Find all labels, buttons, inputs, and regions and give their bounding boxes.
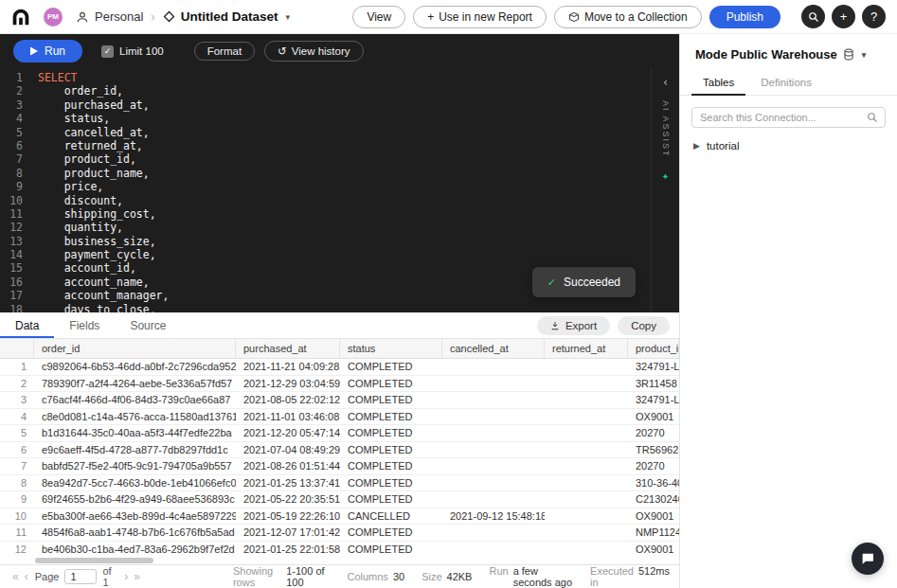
column-header[interactable]: product_id [628, 339, 679, 358]
run-time-stat: Run a few seconds ago [489, 565, 573, 588]
tab-source[interactable]: Source [115, 312, 181, 338]
code-line[interactable]: product_id, [38, 152, 679, 166]
table-cell: COMPLETED [340, 460, 442, 472]
table-cell: be406b30-c1ba-4ed7-83a6-2962b9f7ef2d [34, 543, 236, 555]
code-line[interactable]: order_id, [38, 84, 679, 98]
tab-tables[interactable]: Tables [691, 71, 745, 96]
column-header[interactable]: order_id [34, 339, 236, 358]
size-stat: Size 42KB [422, 571, 472, 582]
column-header[interactable]: returned_at [545, 339, 628, 358]
run-button[interactable]: Run [13, 40, 82, 62]
editor-toolbar: Run ✓ Limit 100 Format ↺ View history [0, 34, 679, 68]
table-cell: 310-36-40 [628, 477, 679, 489]
code-line[interactable]: quantity, [38, 221, 679, 234]
format-button[interactable]: Format [194, 42, 255, 61]
table-row[interactable]: 12be406b30-c1ba-4ed7-83a6-2962b9f7ef2d20… [0, 542, 679, 558]
ai-sparkle-icon[interactable]: ✦ [662, 169, 670, 183]
line-number: 12 [0, 221, 32, 234]
code-line[interactable]: product_name, [38, 167, 679, 180]
connection-selector[interactable]: Mode Public Warehouse ▾ [680, 34, 897, 71]
help-button[interactable]: ? [862, 5, 886, 28]
tab-fields[interactable]: Fields [54, 312, 115, 338]
table-cell: c9892064-6b53-46dd-a0bf-2c7296cda952 [34, 361, 236, 372]
code-line[interactable]: days_to_close, [38, 303, 679, 312]
line-number: 4 [0, 112, 32, 125]
tree-item-tutorial[interactable]: ▶ tutorial [680, 134, 897, 158]
export-button[interactable]: Export [537, 316, 610, 335]
column-header[interactable]: purchased_at [236, 339, 340, 358]
use-in-new-report-button[interactable]: + Use in new Report [413, 6, 547, 28]
sql-editor[interactable]: 123456789101112131415161718 SELECT order… [0, 68, 679, 312]
mode-logo[interactable] [11, 8, 30, 27]
chat-launcher-button[interactable] [852, 543, 884, 575]
collapse-panel-icon[interactable]: ‹ [662, 76, 669, 89]
table-row[interactable]: 5b1d31644-35c0-40aa-a5f3-44f7edfe22ba202… [0, 425, 679, 442]
table-cell: b1d31644-35c0-40aa-a5f3-44f7edfe22ba [34, 427, 236, 438]
chevron-down-icon[interactable]: ▾ [285, 12, 290, 22]
table-cell: COMPLETED [340, 361, 442, 372]
checkbox-checked-icon[interactable]: ✓ [101, 45, 114, 58]
chevron-right-icon[interactable]: ▶ [693, 141, 700, 151]
table-cell: 324791-LQ [628, 394, 679, 405]
table-row[interactable]: 10e5ba300f-ae66-43eb-899d-4c4ae589722920… [0, 508, 679, 526]
table-cell: COMPLETED [340, 526, 442, 538]
code-line[interactable]: payment_cycle, [38, 248, 679, 261]
table-row[interactable]: 88ea942d7-5cc7-4663-b0de-1eb41066efc0202… [0, 475, 679, 492]
line-number: 17 [0, 289, 32, 302]
search-icon [867, 112, 878, 123]
code-line[interactable]: business_size, [38, 235, 679, 248]
first-page-icon[interactable]: « [9, 570, 22, 583]
table-row[interactable]: 6e9c6aeff-4f5d-4728-a877-7db8297fdd1c202… [0, 442, 679, 459]
limit-checkbox[interactable]: ✓ Limit 100 [101, 45, 164, 58]
code-line[interactable]: status, [38, 112, 679, 125]
table-row[interactable]: 969f24655-b2b6-4f29-a949-68aee536893c202… [0, 491, 679, 508]
column-header[interactable]: cancelled_at [442, 339, 545, 358]
last-page-icon[interactable]: » [131, 570, 143, 583]
scrollbar-thumb[interactable] [35, 558, 153, 563]
code-line[interactable]: purchased_at, [38, 98, 679, 112]
row-number: 6 [0, 444, 34, 455]
ai-assist-label: AI ASSIST [658, 100, 672, 158]
horizontal-scrollbar[interactable] [0, 557, 679, 564]
add-button[interactable]: + [832, 5, 855, 28]
search-button[interactable] [801, 5, 825, 28]
tab-data[interactable]: Data [0, 312, 54, 338]
code-line[interactable]: price, [38, 180, 679, 193]
table-cell: 2021-05-19 22:26:10 [236, 510, 340, 522]
page-label: Page [35, 571, 60, 582]
avatar[interactable]: PM [44, 8, 63, 27]
table-cell: COMPLETED [340, 444, 442, 455]
code-line[interactable]: cancelled_at, [38, 126, 679, 139]
workspace-name[interactable]: Personal [95, 9, 143, 24]
view-history-button[interactable]: ↺ View history [264, 41, 363, 62]
table-row[interactable]: 2789390f7-a2f4-4264-aebe-5e336a57fd57202… [0, 376, 679, 393]
table-row[interactable]: 114854f6a8-aab1-4748-b7b6-1c676fb5a5ad20… [0, 525, 679, 542]
table-row[interactable]: 7babfd527-f5e2-40f5-9c91-794705a9b557202… [0, 458, 679, 475]
row-number: 3 [0, 394, 34, 405]
page-input[interactable] [64, 569, 97, 584]
column-header[interactable]: status [340, 339, 442, 358]
table-row[interactable]: 1c9892064-6b53-46dd-a0bf-2c7296cda952202… [0, 359, 679, 376]
view-button[interactable]: View [352, 6, 405, 28]
next-page-icon[interactable]: › [121, 570, 131, 583]
plus-icon: + [840, 9, 848, 24]
move-to-collection-button[interactable]: Move to a Collection [554, 6, 702, 28]
code-line[interactable]: returned_at, [38, 139, 679, 152]
code-line[interactable]: discount, [38, 194, 679, 207]
success-check-icon: ✓ [547, 276, 556, 289]
table-row[interactable]: 4c8e0d081-c14a-4576-acca-11580ad13761202… [0, 409, 679, 426]
history-icon: ↺ [278, 45, 287, 58]
connection-search-input[interactable] [691, 107, 886, 128]
code-line[interactable]: SELECT [38, 71, 679, 84]
prev-page-icon[interactable]: ‹ [22, 570, 31, 583]
table-cell: 20270 [628, 460, 679, 472]
row-number: 9 [0, 493, 34, 505]
publish-button[interactable]: Publish [709, 6, 780, 28]
table-row[interactable]: 3c76acf4f-466d-4f06-84d3-739c0ae66a87202… [0, 392, 679, 409]
tab-definitions[interactable]: Definitions [749, 71, 823, 95]
line-number: 9 [0, 180, 32, 193]
table-cell: COMPLETED [340, 493, 442, 505]
copy-button[interactable]: Copy [618, 316, 670, 335]
table-cell: COMPLETED [340, 477, 442, 489]
code-line[interactable]: shipping_cost, [38, 207, 679, 221]
